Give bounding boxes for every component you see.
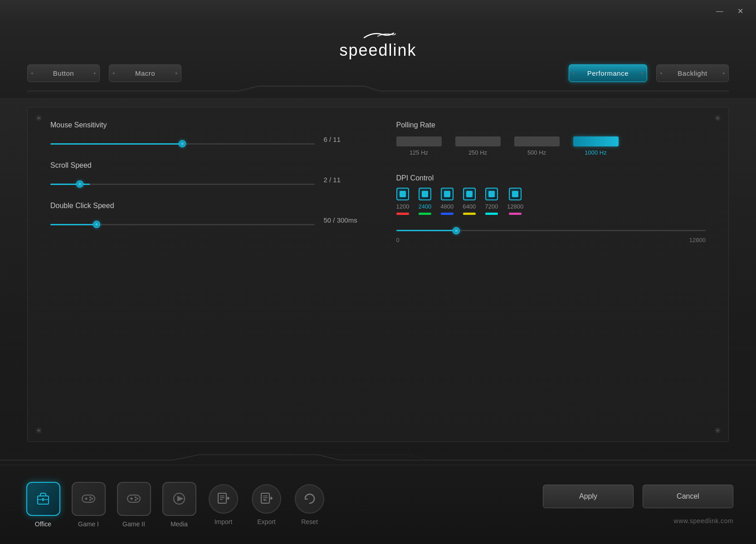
tab-button[interactable]: Button [27, 64, 100, 82]
dpi-value-2400: 2400 [418, 203, 431, 210]
dpi-color-1200 [396, 213, 409, 215]
double-click-speed-label: Double Click Speed [50, 202, 360, 210]
polling-bar-500hz [514, 136, 560, 146]
polling-bar-1000hz [573, 136, 619, 146]
action-section: Import Export [209, 484, 324, 525]
cancel-button[interactable]: Cancel [643, 485, 733, 508]
profile-label-office: Office [35, 520, 51, 528]
dpi-control-section: DPI Control 1200 2400 [396, 174, 706, 243]
profile-game2[interactable]: Game II [113, 482, 154, 528]
bottom-bar: Office Game I [0, 465, 756, 544]
left-column: Mouse Sensitivity 6 / 11 Scroll Speed [50, 121, 360, 428]
dpi-slider-labels: 0 12800 [396, 237, 706, 243]
dpi-item-2400[interactable]: 2400 [418, 188, 431, 215]
mid-decoration [0, 451, 756, 465]
tab-macro[interactable]: Macro [109, 64, 181, 82]
scroll-speed-track [50, 179, 315, 181]
dpi-value-7200: 7200 [485, 203, 498, 210]
tab-macro-label: Macro [135, 69, 155, 77]
profile-office[interactable]: Office [23, 482, 63, 528]
export-icon [252, 484, 281, 514]
mouse-sensitivity-row: 6 / 11 [50, 136, 360, 143]
scroll-speed-slider[interactable] [50, 184, 315, 185]
profile-media[interactable]: Media [159, 482, 200, 528]
dpi-checkbox-4800 [441, 188, 454, 200]
gamepad-icon [80, 491, 97, 507]
minimize-button[interactable]: — [712, 6, 727, 17]
main-content: ✳ ✳ ✳ ✳ Mouse Sensitivity 6 / 11 [0, 98, 756, 451]
profile-game1[interactable]: Game I [68, 482, 109, 528]
tab-backlight[interactable]: Backlight [656, 64, 729, 82]
dpi-item-7200[interactable]: 7200 [485, 188, 498, 215]
tab-performance[interactable]: Performance [569, 64, 647, 82]
tab-button-label: Button [53, 69, 74, 77]
dpi-item-6400[interactable]: 6400 [463, 188, 476, 215]
double-click-speed-value: 50 / 300ms [324, 216, 360, 224]
scroll-speed-section: Scroll Speed 2 / 11 [50, 161, 360, 184]
dpi-slider-section: 0 12800 [396, 225, 706, 243]
logo-text: speedlink [339, 41, 416, 60]
svg-point-14 [137, 498, 138, 500]
settings-grid: Mouse Sensitivity 6 / 11 Scroll Speed [50, 121, 706, 428]
dpi-item-12800[interactable]: 12800 [507, 188, 523, 215]
logo: speedlink [339, 31, 416, 60]
corner-decoration-tl: ✳ [33, 113, 44, 124]
apply-button[interactable]: Apply [543, 485, 634, 508]
polling-1000hz[interactable]: 1000 Hz [573, 136, 619, 156]
header: speedlink Button Macro Performance Backl… [0, 23, 756, 98]
polling-bar-250hz [455, 136, 501, 146]
svg-point-9 [89, 499, 91, 501]
polling-rate-section: Polling Rate 125 Hz 250 Hz [396, 121, 706, 156]
dpi-color-12800 [509, 213, 522, 215]
polling-label-250hz: 250 Hz [468, 149, 487, 156]
profile-label-game1: Game I [78, 520, 99, 528]
briefcase-icon [35, 491, 51, 507]
double-click-speed-slider[interactable] [50, 224, 315, 225]
profile-icon-office [26, 482, 60, 516]
action-export[interactable]: Export [252, 484, 281, 525]
import-svg-icon [217, 492, 230, 505]
nav-decoration [27, 82, 729, 98]
profile-section: Office Game I [23, 482, 200, 528]
dpi-item-1200[interactable]: 1200 [396, 188, 410, 215]
svg-rect-18 [218, 493, 226, 503]
dpi-checkbox-1200 [396, 188, 409, 200]
bottom-right: Apply Cancel www.speedlink.com [543, 485, 733, 525]
title-bar-controls: — ✕ [712, 6, 747, 17]
website-label: www.speedlink.com [674, 517, 733, 525]
dpi-slider[interactable] [396, 230, 706, 231]
scroll-speed-value: 2 / 11 [324, 176, 360, 184]
dpi-control-title: DPI Control [396, 174, 706, 182]
action-reset[interactable]: Reset [295, 484, 324, 525]
polling-label-1000hz: 1000 Hz [585, 149, 606, 156]
title-bar: — ✕ [0, 0, 756, 23]
polling-125hz[interactable]: 125 Hz [396, 136, 442, 156]
dpi-value-1200: 1200 [396, 203, 410, 210]
export-label: Export [257, 518, 275, 525]
dpi-slider-row [396, 225, 706, 233]
dpi-color-2400 [419, 213, 431, 215]
polling-bar-125hz [396, 136, 442, 146]
polling-250hz[interactable]: 250 Hz [455, 136, 501, 156]
polling-500hz[interactable]: 500 Hz [514, 136, 560, 156]
double-click-speed-track [50, 219, 315, 222]
svg-marker-17 [177, 496, 184, 501]
polling-rate-title: Polling Rate [396, 121, 706, 129]
logo-area: speedlink [27, 23, 729, 64]
play-icon [171, 491, 187, 507]
dpi-color-7200 [485, 213, 498, 215]
dpi-item-4800[interactable]: 4800 [440, 188, 454, 215]
action-import[interactable]: Import [209, 484, 238, 525]
dpi-value-4800: 4800 [440, 203, 454, 210]
mouse-sensitivity-slider[interactable] [50, 143, 315, 145]
dpi-max-label: 12800 [689, 237, 706, 243]
dpi-checkbox-6400 [463, 188, 476, 200]
dpi-checkbox-2400 [419, 188, 431, 200]
reset-icon [295, 484, 324, 514]
reset-label: Reset [301, 518, 318, 525]
close-button[interactable]: ✕ [734, 6, 747, 17]
dpi-min-label: 0 [396, 237, 400, 243]
svg-rect-23 [261, 493, 269, 503]
scroll-speed-label: Scroll Speed [50, 161, 360, 170]
corner-decoration-tr: ✳ [712, 113, 723, 124]
